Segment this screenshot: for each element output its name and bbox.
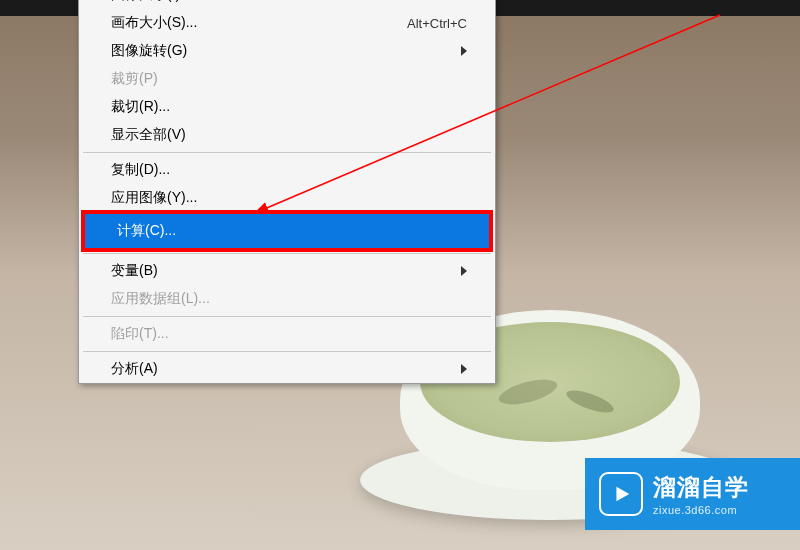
menu-item-label: 应用数据组(L)...: [111, 290, 210, 308]
menu-separator: [83, 351, 491, 352]
menu-separator: [83, 316, 491, 317]
menu-item-label: 裁剪(P): [111, 70, 158, 88]
menu-item-trap: 陷印(T)...: [79, 320, 495, 348]
menu-item-label: 变量(B): [111, 262, 158, 280]
menu-item-reveal-all[interactable]: 显示全部(V): [79, 121, 495, 149]
menu-separator: [83, 253, 491, 254]
play-icon: [599, 472, 643, 516]
menu-item-label: 计算(C)...: [117, 222, 176, 240]
menu-item-image-size[interactable]: 图像大小(I)... Alt+Ctrl+I: [79, 0, 495, 9]
watermark-badge: 溜溜自学 zixue.3d66.com: [585, 458, 800, 530]
menu-item-label: 图像旋转(G): [111, 42, 187, 60]
menu-item-apply-image[interactable]: 应用图像(Y)...: [79, 184, 495, 212]
image-menu-dropdown: 图像大小(I)... Alt+Ctrl+I 画布大小(S)... Alt+Ctr…: [78, 0, 496, 384]
menu-item-label: 应用图像(Y)...: [111, 189, 197, 207]
menu-item-label: 裁切(R)...: [111, 98, 170, 116]
menu-item-label: 画布大小(S)...: [111, 14, 197, 32]
menu-separator: [83, 152, 491, 153]
menu-item-variables[interactable]: 变量(B): [79, 257, 495, 285]
menu-item-shortcut: Alt+Ctrl+I: [413, 0, 467, 3]
chevron-right-icon: [461, 46, 467, 56]
menu-item-analysis[interactable]: 分析(A): [79, 355, 495, 383]
menu-item-label: 陷印(T)...: [111, 325, 169, 343]
watermark-subtitle: zixue.3d66.com: [653, 504, 749, 516]
menu-item-calculations[interactable]: 计算(C)...: [85, 214, 489, 248]
menu-item-crop: 裁剪(P): [79, 65, 495, 93]
chevron-right-icon: [461, 266, 467, 276]
menu-item-duplicate[interactable]: 复制(D)...: [79, 156, 495, 184]
menu-item-label: 图像大小(I)...: [111, 0, 192, 4]
svg-marker-2: [616, 487, 629, 502]
menu-item-trim[interactable]: 裁切(R)...: [79, 93, 495, 121]
menu-item-image-rotation[interactable]: 图像旋转(G): [79, 37, 495, 65]
menu-item-label: 分析(A): [111, 360, 158, 378]
chevron-right-icon: [461, 364, 467, 374]
menu-item-apply-data-set: 应用数据组(L)...: [79, 285, 495, 313]
watermark-title: 溜溜自学: [653, 472, 749, 503]
annotation-highlight-box: 计算(C)...: [81, 210, 493, 252]
menu-item-shortcut: Alt+Ctrl+C: [407, 16, 467, 31]
menu-item-label: 显示全部(V): [111, 126, 186, 144]
menu-item-label: 复制(D)...: [111, 161, 170, 179]
menu-item-canvas-size[interactable]: 画布大小(S)... Alt+Ctrl+C: [79, 9, 495, 37]
